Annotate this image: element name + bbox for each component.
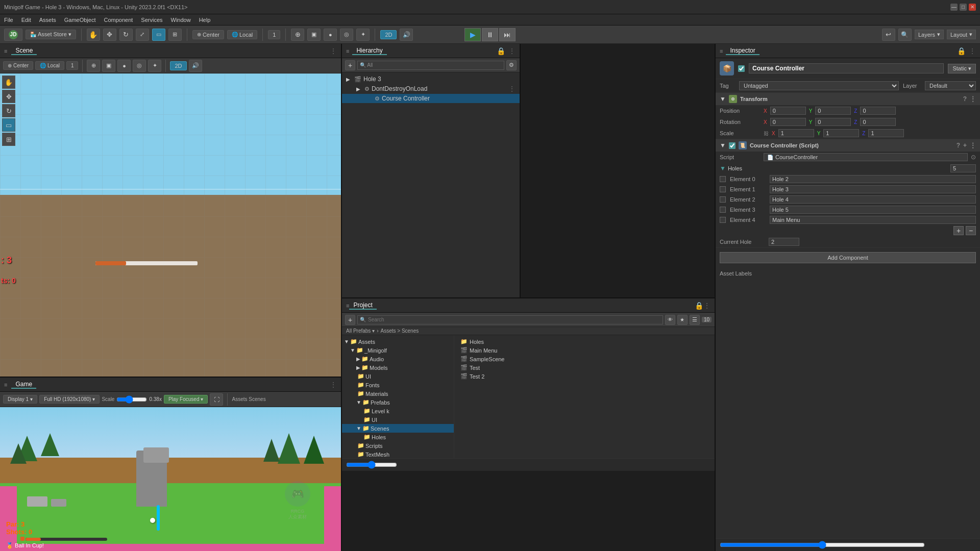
- script-open-icon[interactable]: ⊙: [971, 154, 976, 161]
- transform-tool-btn[interactable]: ⊞: [168, 29, 182, 41]
- space-btn[interactable]: 🌐 Local: [227, 30, 257, 39]
- transform-header[interactable]: ▼ ⊕ Transform ? ⋮: [716, 93, 980, 105]
- script-help-icon[interactable]: ?: [957, 142, 960, 149]
- maximize-game-btn[interactable]: ⛶: [210, 393, 223, 406]
- menu-gameobject[interactable]: GameObject: [64, 17, 96, 23]
- project-tab[interactable]: Project: [349, 302, 376, 310]
- tree-scenes[interactable]: ▼ 📁 Scenes: [342, 424, 454, 433]
- close-btn[interactable]: ✕: [969, 4, 976, 11]
- hole-4-input[interactable]: [770, 216, 976, 224]
- hierarchy-lock-icon[interactable]: 🔒: [497, 47, 505, 55]
- tree-textmesh[interactable]: 📁 TextMesh: [342, 450, 454, 458]
- tree-assets[interactable]: ▼ 📁 Assets: [342, 337, 454, 346]
- play-focused-btn[interactable]: Play Focused ▾: [164, 395, 208, 404]
- rotation-x-input[interactable]: [770, 118, 806, 126]
- menu-file[interactable]: File: [4, 17, 13, 23]
- layers-dropdown[interactable]: Layers ▾: [915, 30, 944, 39]
- project-menu-icon[interactable]: ⋮: [703, 302, 710, 310]
- minimize-btn[interactable]: —: [950, 4, 958, 11]
- scale-slider[interactable]: [116, 395, 147, 404]
- component-active-checkbox[interactable]: [738, 65, 745, 72]
- menu-edit[interactable]: Edit: [21, 17, 31, 23]
- pause-btn[interactable]: ⏸: [482, 28, 498, 41]
- menu-assets[interactable]: Assets: [39, 17, 56, 23]
- account-btn[interactable]: JD: [4, 29, 22, 41]
- resolution-btn[interactable]: Full HD (980x551) ▾: [39, 395, 100, 404]
- hole-1-input[interactable]: [770, 185, 976, 193]
- hole-0-input[interactable]: [770, 175, 976, 183]
- tree-fonts[interactable]: 📁 Fonts: [342, 381, 454, 389]
- scene-menu-icon[interactable]: ⋮: [330, 47, 337, 55]
- scene-fx-btn[interactable]: ✦: [148, 60, 161, 72]
- scene-tab[interactable]: Scene: [11, 47, 37, 55]
- tree-ui2[interactable]: 📁 UI: [342, 415, 454, 424]
- transform-more-icon[interactable]: ⋮: [970, 95, 976, 103]
- project-star-btn[interactable]: ★: [677, 315, 688, 325]
- scene-2d-btn[interactable]: 2D: [170, 61, 186, 70]
- tree-holes[interactable]: 📁 Holes: [342, 433, 454, 441]
- current-hole-input[interactable]: [769, 238, 799, 246]
- file-holes-folder[interactable]: 📁 Holes: [458, 337, 710, 346]
- game-tab[interactable]: Game: [11, 381, 36, 389]
- tree-scripts[interactable]: 📁 Scripts: [342, 441, 454, 450]
- scene-grid-btn[interactable]: ⊕: [87, 60, 100, 72]
- static-btn[interactable]: Static ▾: [948, 64, 976, 73]
- file-test2[interactable]: 🎬 Test 2: [458, 372, 710, 381]
- hier-dontdestroy-menu[interactable]: ⋮: [508, 85, 516, 93]
- script-header[interactable]: ▼ 📜 Course Controller (Script) ? + ⋮: [716, 139, 980, 152]
- scale-z-input[interactable]: [868, 129, 904, 137]
- rotate-scene-tool[interactable]: ↻: [2, 104, 15, 117]
- breadcrumb-all-prefabs[interactable]: All Prefabs ▾: [346, 328, 375, 334]
- move-tool-btn[interactable]: ✥: [103, 29, 116, 41]
- scale-y-input[interactable]: [823, 129, 859, 137]
- file-samplescene[interactable]: 🎬 SampleScene: [458, 355, 710, 363]
- hole-0-checkbox[interactable]: [720, 176, 726, 182]
- scale-x-input[interactable]: [778, 129, 814, 137]
- hier-item-coursecontroller[interactable]: ⚙ Course Controller: [342, 94, 520, 103]
- project-zoom-slider[interactable]: [346, 461, 397, 469]
- scale-tool-btn[interactable]: ⤢: [136, 29, 149, 41]
- rotation-z-input[interactable]: [860, 118, 896, 126]
- script-add-icon[interactable]: +: [963, 142, 967, 149]
- asset-store-btn[interactable]: 🏪 Asset Store ▾: [26, 30, 76, 39]
- inspector-menu-icon[interactable]: ⋮: [969, 47, 976, 55]
- script-value-field[interactable]: 📄 CourseController: [764, 153, 968, 161]
- inspector-tab[interactable]: Inspector: [726, 47, 759, 55]
- remove-element-btn[interactable]: −: [966, 226, 976, 235]
- pivot-btn[interactable]: ⊕ Center: [192, 30, 224, 39]
- display-btn[interactable]: Display 1 ▾: [3, 395, 37, 404]
- tree-audio[interactable]: ▶ 📁 Audio: [342, 355, 454, 363]
- position-y-input[interactable]: [815, 107, 851, 115]
- transform-scene-tool[interactable]: ⊞: [2, 133, 15, 146]
- inspector-lock-icon[interactable]: 🔒: [957, 47, 966, 55]
- scene-view-btn[interactable]: ▣: [102, 60, 115, 72]
- hole-2-checkbox[interactable]: [720, 196, 726, 203]
- project-eye-btn[interactable]: 👁: [665, 315, 675, 325]
- hole-4-checkbox[interactable]: [720, 217, 726, 223]
- undo-btn[interactable]: ↩: [882, 29, 895, 41]
- play-btn[interactable]: ▶: [464, 28, 481, 41]
- script-more-icon[interactable]: ⋮: [970, 142, 976, 149]
- project-search-input[interactable]: [368, 317, 660, 322]
- gizmo-btn-4[interactable]: ◎: [340, 29, 353, 41]
- hole-3-input[interactable]: [770, 206, 976, 214]
- tree-prefabs[interactable]: ▼ 📁 Prefabs: [342, 398, 454, 407]
- step-btn[interactable]: ⏭: [499, 28, 516, 41]
- gizmo-btn-1[interactable]: ⊕: [291, 29, 304, 41]
- tree-models[interactable]: ▶ 📁 Models: [342, 363, 454, 372]
- menu-window[interactable]: Window: [171, 17, 191, 23]
- menu-component[interactable]: Component: [104, 17, 133, 23]
- scene-canvas[interactable]: : 3 ts: 0 ✋ ✥ ↻ ▭ ⊞: [0, 73, 341, 377]
- add-component-btn[interactable]: Add Component: [720, 252, 976, 263]
- add-element-btn[interactable]: +: [953, 226, 964, 235]
- tree-levelk[interactable]: 📁 Level k: [342, 407, 454, 415]
- inspector-scroll-slider[interactable]: [720, 541, 925, 549]
- tree-ui[interactable]: 📁 UI: [342, 372, 454, 381]
- scene-pivot-btn[interactable]: ⊕ Center: [3, 61, 33, 70]
- gizmo-btn-2[interactable]: ▣: [307, 29, 321, 41]
- view-2d-btn[interactable]: 2D: [380, 30, 397, 39]
- hier-item-hole3[interactable]: ▶ 🎬 Hole 3: [342, 74, 520, 84]
- tag-select[interactable]: Untagged: [739, 81, 899, 90]
- search-btn[interactable]: 🔍: [898, 29, 912, 41]
- layout-dropdown[interactable]: Layout ▾: [947, 30, 976, 39]
